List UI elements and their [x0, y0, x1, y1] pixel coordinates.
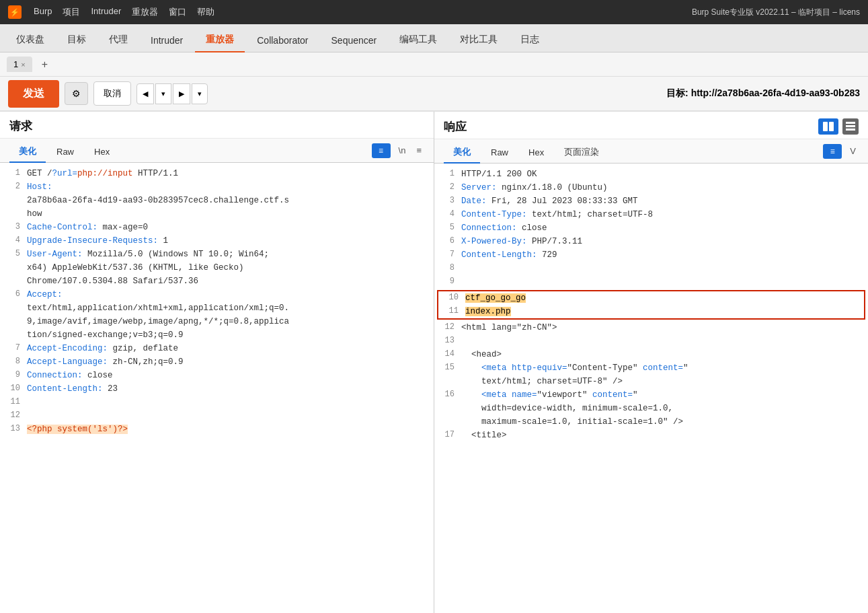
cancel-button[interactable]: 取消 [93, 81, 131, 106]
request-newline-icon[interactable]: \n [396, 144, 409, 157]
response-tab-pretty[interactable]: 美化 [444, 142, 480, 164]
req-line-2c: how [0, 207, 434, 221]
resp-line-12: 12 <html lang="zh-CN"> [434, 321, 868, 334]
resp-line-5: 5 Connection: close [434, 221, 868, 235]
response-inspector-icon[interactable]: ≡ [823, 144, 842, 159]
window-title: Burp Suite专业版 v2022.11 – 临时项目 – licens [692, 7, 860, 18]
request-panel: 请求 美化 Raw Hex ≡ \n ≡ 1 GET /?url=php://i… [0, 112, 434, 613]
prev-dropdown[interactable]: ▾ [155, 83, 171, 104]
request-inspector-icon[interactable]: ≡ [372, 143, 391, 158]
svg-rect-2 [846, 122, 855, 124]
tab-1-close[interactable]: × [21, 61, 25, 69]
title-bar: ⚡ Burp 项目 Intruder 重放器 窗口 帮助 Burp Suite专… [0, 0, 868, 24]
menu-window[interactable]: 窗口 [169, 6, 186, 18]
response-tab-render[interactable]: 页面渲染 [555, 142, 608, 164]
req-line-10: 10 Content-Length: 23 [0, 382, 434, 396]
resp-line-2: 2 Server: nginx/1.18.0 (Ubuntu) [434, 181, 868, 194]
send-button[interactable]: 发送 [8, 80, 59, 108]
request-panel-tabs: 美化 Raw Hex ≡ \n ≡ [0, 139, 434, 163]
resp-line-1: 1 HTTP/1.1 200 OK [434, 168, 868, 181]
response-tab-hex[interactable]: Hex [519, 143, 553, 163]
menu-intruder[interactable]: Intruder [91, 6, 121, 18]
req-line-8: 8 Accept-Language: zh-CN,zh;q=0.9 [0, 355, 434, 369]
prev-button[interactable]: ◀ [136, 83, 154, 104]
tab-sequencer[interactable]: Sequencer [321, 30, 388, 52]
resp-line-16b: width=device-width, minimum-scale=1.0, [434, 402, 868, 415]
response-panel: 响应 美化 Raw Hex 页面渲染 ≡ V 1 HTTP/ [434, 112, 868, 613]
svg-rect-4 [846, 129, 855, 131]
tab-proxy[interactable]: 代理 [98, 28, 139, 52]
req-line-3: 3 Cache-Control: max-age=0 [0, 221, 434, 234]
tab-comparer[interactable]: 对比工具 [449, 28, 508, 52]
tab-add-button[interactable]: + [38, 57, 52, 72]
resp-line-16c: maximum-scale=1.0, initial-scale=1.0" /> [434, 415, 868, 429]
main-content: 请求 美化 Raw Hex ≡ \n ≡ 1 GET /?url=php://i… [0, 112, 868, 613]
request-tab-hex[interactable]: Hex [85, 143, 119, 162]
svg-rect-1 [829, 122, 834, 131]
req-line-6d: tion/signed-exchange;v=b3;q=0.9 [0, 328, 434, 342]
req-line-9: 9 Connection: close [0, 369, 434, 382]
response-layout-icon[interactable] [842, 118, 859, 135]
req-line-12: 12 [0, 409, 434, 423]
next-dropdown[interactable]: ▾ [192, 83, 208, 104]
repeater-toolbar: 发送 ⚙ 取消 ◀ ▾ ▶ ▾ 目标: http://2a78b6aa-26fa… [0, 77, 868, 112]
tab-logger[interactable]: 日志 [510, 28, 550, 52]
response-view-text[interactable]: V [847, 145, 859, 157]
response-split-icon[interactable] [818, 118, 838, 135]
request-code-content[interactable]: 1 GET /?url=php://input HTTP/1.1 2 Host:… [0, 163, 434, 613]
request-tab-icons: ≡ \n ≡ [372, 143, 424, 161]
next-button[interactable]: ▶ [173, 83, 190, 104]
req-line-2b: 2a78b6aa-26fa-4d19-aa93-0b283957cec8.cha… [0, 194, 434, 207]
resp-line-11: 11 index.php [438, 305, 864, 318]
resp-line-3: 3 Date: Fri, 28 Jul 2023 08:33:33 GMT [434, 194, 868, 208]
menu-burp[interactable]: Burp [34, 6, 52, 18]
response-tab-raw[interactable]: Raw [481, 143, 518, 163]
response-code-content[interactable]: 1 HTTP/1.1 200 OK 2 Server: nginx/1.18.0… [434, 164, 868, 613]
req-line-2: 2 Host: [0, 180, 434, 194]
svg-rect-3 [846, 125, 855, 127]
resp-line-8: 8 [434, 262, 868, 275]
req-line-6b: text/html,application/xhtml+xml,applicat… [0, 301, 434, 315]
req-line-5: 5 User-Agent: Mozilla/5.0 (Windows NT 10… [0, 248, 434, 261]
main-nav-tabs: 仪表盘 目标 代理 Intruder 重放器 Collaborator Sequ… [0, 24, 868, 52]
req-line-5c: Chrome/107.0.5304.88 Safari/537.36 [0, 275, 434, 288]
tab-dashboard[interactable]: 仪表盘 [5, 28, 55, 52]
resp-line-6: 6 X-Powered-By: PHP/7.3.11 [434, 235, 868, 248]
resp-line-9: 9 [434, 275, 868, 289]
resp-line-13: 13 [434, 334, 868, 348]
request-menu-icon[interactable]: ≡ [413, 144, 424, 157]
response-view-icons [818, 118, 859, 135]
tab-1-label: 1 [13, 59, 18, 69]
tab-collaborator[interactable]: Collaborator [246, 30, 319, 52]
resp-line-15: 15 <meta http-equiv="Content-Type" conte… [434, 361, 868, 375]
repeater-tab-1[interactable]: 1 × [7, 57, 32, 72]
request-tab-pretty[interactable]: 美化 [9, 141, 46, 163]
req-line-6: 6 Accept: [0, 288, 434, 301]
response-panel-title: 响应 [444, 119, 467, 135]
svg-rect-0 [823, 122, 828, 131]
req-line-1: 1 GET /?url=php://input HTTP/1.1 [0, 167, 434, 180]
req-line-4: 4 Upgrade-Insecure-Requests: 1 [0, 234, 434, 248]
resp-line-10: 10 ctf_go_go_go [438, 291, 864, 305]
menu-project[interactable]: 项目 [63, 6, 80, 18]
response-panel-tabs: 美化 Raw Hex 页面渲染 ≡ V [434, 139, 868, 164]
resp-line-16: 16 <meta name="viewport" content=" [434, 388, 868, 402]
request-tab-raw[interactable]: Raw [47, 143, 83, 162]
tab-decoder[interactable]: 编码工具 [389, 28, 448, 52]
settings-button[interactable]: ⚙ [65, 82, 88, 105]
tab-intruder[interactable]: Intruder [140, 30, 194, 52]
req-line-7: 7 Accept-Encoding: gzip, deflate [0, 342, 434, 355]
resp-highlight-box: 10 ctf_go_go_go 11 index.php [437, 290, 865, 320]
app-icon: ⚡ [8, 5, 22, 19]
menu-repeater[interactable]: 重放器 [132, 6, 158, 18]
menu-bar: Burp 项目 Intruder 重放器 窗口 帮助 [34, 6, 214, 18]
menu-help[interactable]: 帮助 [197, 6, 214, 18]
req-line-11: 11 [0, 396, 434, 409]
resp-line-17: 17 <title> [434, 429, 868, 442]
resp-line-14: 14 <head> [434, 348, 868, 361]
tab-target[interactable]: 目标 [56, 28, 97, 52]
response-tab-icons: ≡ V [823, 144, 859, 161]
request-panel-title: 请求 [0, 112, 434, 139]
tab-repeater[interactable]: 重放器 [195, 28, 245, 52]
resp-line-4: 4 Content-Type: text/html; charset=UTF-8 [434, 208, 868, 221]
